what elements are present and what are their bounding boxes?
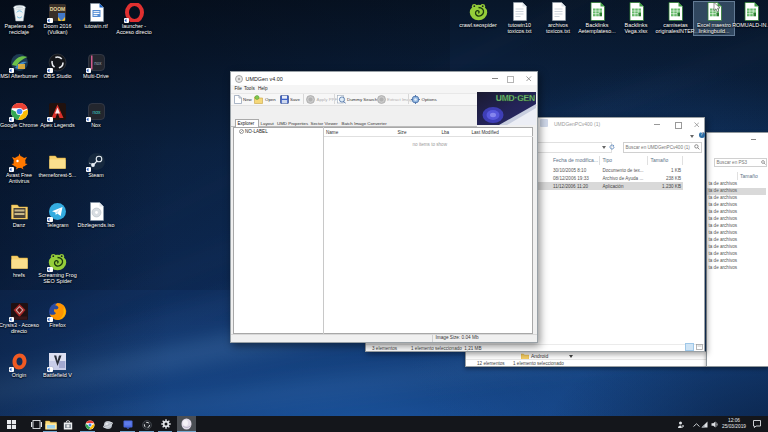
svg-text:nox: nox (94, 61, 102, 66)
svg-text:UMD·GEN: UMD·GEN (496, 93, 535, 103)
svg-text:nox: nox (92, 109, 101, 115)
svg-text:DOOM: DOOM (50, 6, 66, 12)
